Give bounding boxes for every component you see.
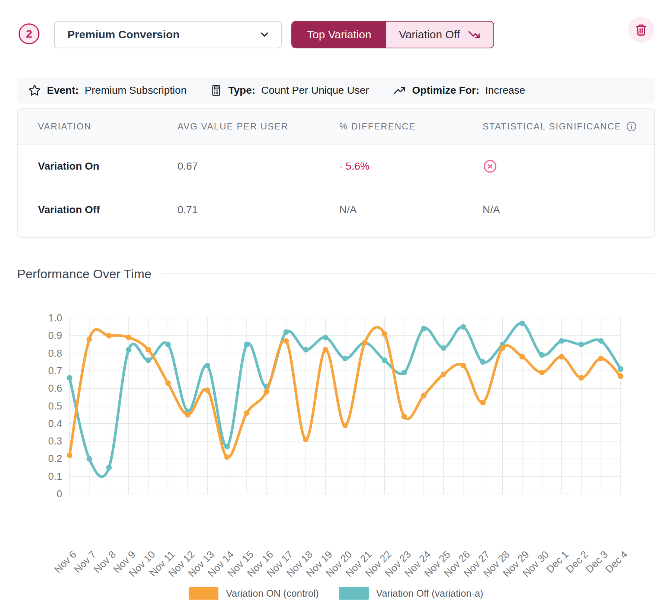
svg-text:Nov 8: Nov 8 [92,549,118,575]
svg-text:0.1: 0.1 [48,471,62,482]
table-row-variation-on: Variation On 0.67 - 5.6% [18,145,654,188]
trending-down-icon [467,28,481,41]
metric-dropdown[interactable]: Premium Conversion [54,21,282,48]
legend-swatch-teal [339,587,369,600]
section-divider [162,273,655,274]
type-label: Type: [228,84,255,96]
delete-button[interactable] [628,17,654,43]
trash-icon [635,23,647,36]
type-summary: Type: Count Per Unique User [210,84,369,97]
performance-chart[interactable]: 1.00.90.80.70.60.50.40.30.20.10Nov 6Nov … [0,290,672,587]
svg-text:0.4: 0.4 [48,418,62,429]
svg-text:Dec 2: Dec 2 [564,549,590,575]
chart-legend: Variation ON (control) Variation Off (va… [0,587,672,600]
svg-text:Nov 7: Nov 7 [72,549,98,575]
variation-off-label: Variation Off [399,28,460,41]
row1-difference: - 5.6% [339,160,483,172]
row1-avg-value: 0.67 [177,160,339,172]
star-icon [28,84,41,97]
table-row-variation-off: Variation Off 0.71 N/A N/A [18,188,654,231]
legend-label-variation-off: Variation Off (variation-a) [376,588,483,599]
section-title-row: Performance Over Time [17,265,655,283]
optimize-value: Increase [485,84,525,96]
event-value: Premium Subscription [85,84,187,96]
legend-item-variation-on[interactable]: Variation ON (control) [189,587,319,600]
step-number-badge: 2 [19,23,39,44]
svg-text:1.0: 1.0 [48,312,62,324]
svg-text:Dec 1: Dec 1 [544,549,570,575]
metric-card: 2 Premium Conversion Top Variation Varia… [0,0,672,616]
event-summary: Event: Premium Subscription [28,84,186,97]
top-variation-segment[interactable]: Top Variation [292,22,386,48]
svg-text:0.9: 0.9 [48,330,62,341]
col-significance: STATISTICAL SIGNIFICANCE [483,121,654,132]
optimize-summary: Optimize For: Increase [393,84,525,97]
calculator-icon [210,84,222,97]
trending-up-icon [393,84,406,97]
row1-significance [483,159,654,174]
not-significant-icon [483,159,497,174]
col-variation: VARIATION [38,121,177,132]
section-title: Performance Over Time [17,267,151,281]
legend-label-variation-on: Variation ON (control) [226,588,319,599]
col-avg-value: AVG VALUE PER USER [177,121,339,132]
optimize-label: Optimize For: [412,84,479,96]
variation-off-segment[interactable]: Variation Off [386,22,493,48]
row2-difference: N/A [339,204,483,216]
row2-variation: Variation Off [38,204,177,216]
event-label: Event: [47,84,79,96]
legend-item-variation-off[interactable]: Variation Off (variation-a) [339,587,483,600]
row1-variation: Variation On [38,160,177,172]
results-table: VARIATION AVG VALUE PER USER % DIFFERENC… [17,108,655,238]
type-value: Count Per Unique User [261,84,369,96]
svg-text:0.6: 0.6 [48,383,62,394]
svg-text:0: 0 [57,488,62,500]
svg-text:0.3: 0.3 [48,436,62,447]
svg-text:Dec 3: Dec 3 [583,549,610,575]
svg-text:0.5: 0.5 [48,401,62,412]
metric-summary-bar: Event: Premium Subscription Type: Count … [17,77,655,103]
legend-swatch-orange [189,587,218,600]
chevron-down-icon [259,29,271,41]
col-difference: % DIFFERENCE [339,121,483,132]
top-variation-label: Top Variation [307,28,371,41]
info-icon[interactable] [626,121,637,132]
step-number: 2 [26,28,32,40]
row2-avg-value: 0.71 [177,204,339,216]
results-table-header: VARIATION AVG VALUE PER USER % DIFFERENC… [18,109,654,145]
metric-dropdown-value: Premium Conversion [67,28,180,41]
variation-toggle: Top Variation Variation Off [291,21,494,48]
svg-text:0.2: 0.2 [48,453,62,464]
svg-text:0.8: 0.8 [48,348,62,359]
svg-text:Dec 4: Dec 4 [603,549,630,575]
svg-text:Nov 6: Nov 6 [52,549,79,575]
row2-significance: N/A [483,204,654,216]
svg-text:0.7: 0.7 [48,365,62,376]
